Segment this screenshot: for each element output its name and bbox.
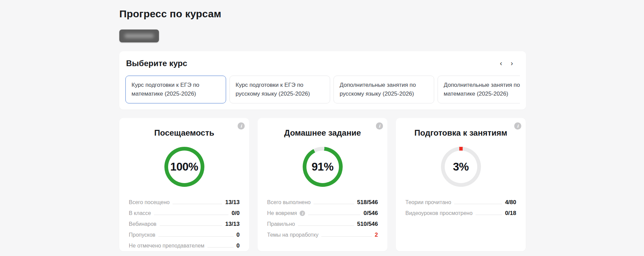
info-icon[interactable]: i (376, 122, 383, 130)
page-content: Прогресс по курсам Выберите курс ‹ › Кур… (0, 0, 529, 251)
stat-row-label: В классе (129, 210, 151, 216)
info-icon[interactable]: i (238, 122, 245, 130)
stat-row: В классе 0/0 (129, 208, 240, 219)
stat-row-value: 0/0 (232, 210, 240, 217)
stat-row-leader-line (454, 204, 502, 204)
stat-row-value: 0/546 (363, 210, 378, 217)
stat-row-label: Видеоуроков просмотрено (405, 210, 472, 216)
stat-row-label: Темы на проработку (267, 232, 318, 238)
stat-row: Не отмечено преподавателем 0 (129, 240, 240, 251)
stat-row: Не вовремя i 0/546 (267, 208, 378, 219)
stat-row-leader-line (154, 215, 228, 215)
stat-row-label: Всего посещено (129, 199, 169, 205)
carousel-next-button[interactable]: › (509, 59, 515, 67)
redacted-button[interactable] (119, 29, 159, 42)
stat-row-label: Не отмечено преподавателем (129, 243, 204, 249)
course-list: Курс подготовки к ЕГЭ по математике (202… (125, 76, 520, 103)
progress-ring: 3% (441, 147, 481, 187)
course-card[interactable]: Дополнительные занятия по русскому языку… (334, 76, 434, 103)
stat-card: i Домашнее задание 91% Всего выполнено 5… (258, 118, 387, 251)
course-card[interactable]: Дополнительные занятия по математике (20… (438, 76, 520, 103)
course-card-label: Дополнительные занятия по математике (20… (444, 82, 520, 97)
redacted-blur (124, 34, 154, 38)
stat-row-leader-line (308, 215, 360, 215)
stat-row-leader-line (476, 215, 502, 215)
stat-row: Всего выполнено 518/546 (267, 197, 378, 208)
course-card-label: Курс подготовки к ЕГЭ по математике (202… (132, 82, 199, 97)
stat-row-value: 13/13 (225, 221, 240, 228)
stat-row-label: Теории прочитано (405, 199, 451, 205)
stat-row-leader-line (207, 247, 233, 248)
course-selector-panel: Выберите курс ‹ › Курс подготовки к ЕГЭ … (119, 51, 526, 110)
page-title: Прогресс по курсам (119, 8, 529, 20)
progress-percent: 3% (453, 160, 469, 173)
carousel-prev-button[interactable]: ‹ (498, 59, 504, 67)
stat-row: Вебинаров 13/13 (129, 219, 240, 230)
stat-row: Теории прочитано 4/80 (405, 197, 516, 208)
stat-row-label: Правильно (267, 221, 295, 227)
stat-row-leader-line (158, 236, 233, 237)
progress-ring: 100% (164, 147, 204, 187)
stat-row: Правильно 510/546 (267, 219, 378, 230)
progress-ring-center: 91% (306, 151, 339, 183)
progress-percent: 100% (170, 160, 198, 173)
stat-rows: Теории прочитано 4/80 Видеоуроков просмо… (405, 197, 516, 219)
course-card[interactable]: Курс подготовки к ЕГЭ по русскому языку … (229, 76, 330, 103)
stat-card-title: Посещаемость (129, 128, 240, 138)
stat-row-leader-line (298, 225, 354, 226)
stat-card-title: Подготовка к занятиям (405, 128, 516, 138)
stat-rows: Всего выполнено 518/546 Не вовремя i 0/5… (267, 197, 378, 240)
stat-card: i Посещаемость 100% Всего посещено 13/13… (119, 118, 249, 251)
stat-row-leader-line (314, 204, 354, 204)
carousel-nav: ‹ › (498, 59, 515, 67)
chevron-right-icon: › (511, 59, 513, 67)
stat-row-value: 0 (237, 232, 240, 238)
stat-row-value: 518/546 (357, 199, 378, 206)
stat-row-label: Вебинаров (129, 221, 157, 227)
stat-row-value: 2 (375, 232, 378, 238)
progress-ring-center: 100% (168, 151, 201, 183)
progress-ring: 91% (303, 147, 343, 187)
stat-row: Всего посещено 13/13 (129, 197, 240, 208)
stat-row-value: 0 (237, 242, 240, 249)
course-card-label: Курс подготовки к ЕГЭ по русскому языку … (236, 82, 310, 97)
course-selector-title: Выберите курс (126, 59, 520, 68)
course-card[interactable]: Курс подготовки к ЕГЭ по математике (202… (125, 76, 226, 103)
stat-rows: Всего посещено 13/13 В классе 0/0 Вебина… (129, 197, 240, 251)
info-icon-small[interactable]: i (300, 211, 305, 216)
stat-row-leader-line (321, 236, 371, 237)
stat-card-title: Домашнее задание (267, 128, 378, 138)
stat-row-value: 510/546 (357, 221, 378, 228)
info-icon[interactable]: i (514, 122, 521, 130)
stat-row-value: 13/13 (225, 199, 240, 206)
progress-percent: 91% (311, 160, 334, 173)
stat-row-label: Пропусков (129, 232, 155, 238)
stat-row: Видеоуроков просмотрено 0/18 (405, 208, 516, 219)
chevron-left-icon: ‹ (500, 59, 502, 67)
course-card-label: Дополнительные занятия по русскому языку… (340, 82, 416, 97)
stat-row-leader-line (160, 225, 222, 226)
stat-row-value: 0/18 (505, 210, 516, 217)
stat-row: Пропусков 0 (129, 230, 240, 240)
stat-row-label: Всего выполнено (267, 199, 310, 205)
stats-row: i Посещаемость 100% Всего посещено 13/13… (119, 118, 529, 251)
stat-row: Темы на проработку 2 (267, 230, 378, 240)
progress-ring-center: 3% (445, 151, 477, 183)
stat-row-label: Не вовремя (267, 210, 297, 216)
stat-row-leader-line (173, 204, 222, 204)
stat-card: i Подготовка к занятиям 3% Теории прочит… (396, 118, 526, 251)
stat-row-value: 4/80 (505, 199, 516, 206)
